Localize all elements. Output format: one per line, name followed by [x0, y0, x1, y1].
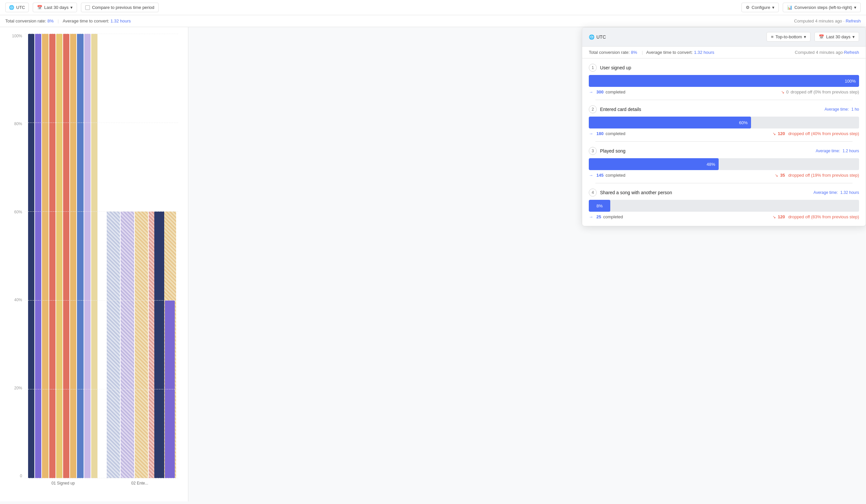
- configure-button[interactable]: ⚙ Configure ▾: [742, 3, 779, 12]
- bar-group-3: [154, 34, 175, 478]
- step-2-header: 2 Entered card details Average time: 1 h…: [589, 105, 859, 113]
- funnel-step-2: 2 Entered card details Average time: 1 h…: [589, 105, 859, 136]
- direction-label: Top-to-bottom: [776, 34, 802, 39]
- y-label-60: 60%: [10, 210, 22, 214]
- refresh-button[interactable]: Refresh: [845, 19, 861, 23]
- step-3-header: 3 Played song Average time: 1.2 hours: [589, 147, 859, 155]
- avg-time-prefix: Average time to convert:: [63, 19, 109, 23]
- step-1-progress-fill: 100%: [589, 75, 859, 87]
- step-3-completed-label: completed: [606, 173, 625, 178]
- top-bar: 🌐 UTC 📅 Last 30 days ▾ Compare to previo…: [0, 0, 866, 15]
- y-label-80: 80%: [10, 122, 22, 126]
- compare-checkbox[interactable]: Compare to previous time period: [81, 3, 159, 12]
- funnel-date-range-label: Last 30 days: [826, 34, 851, 39]
- step-3-dropped: ↘ 35 dropped off (19% from previous step…: [775, 173, 859, 178]
- funnel-header-right: ≡ Top-to-bottom ▾ 📅 Last 30 days ▾: [767, 32, 859, 42]
- chevron-down-icon-3: ▾: [854, 5, 856, 10]
- step-4-header: 4 Shared a song with another person Aver…: [589, 189, 859, 197]
- bar-1-1[interactable]: [28, 34, 34, 478]
- chart-x-labels: 01 Signed up 02 Ente...: [25, 478, 178, 485]
- compare-label: Compare to previous time period: [92, 5, 154, 10]
- utc-selector[interactable]: 🌐 UTC: [5, 3, 29, 12]
- step-2-progress-container: 60%: [589, 116, 859, 128]
- funnel-avg-value: 1.32 hours: [694, 50, 714, 55]
- step-2-completed-count: 180: [596, 131, 604, 136]
- separator-1: [596, 100, 853, 100]
- y-label-40: 40%: [10, 298, 22, 302]
- bar-1-6[interactable]: [63, 34, 69, 478]
- bar-2-3[interactable]: [135, 211, 148, 478]
- y-label-100: 100%: [10, 34, 22, 38]
- chart-wrapper: 100% 80% 60% 40% 20% 0: [10, 34, 178, 495]
- bar-2-2[interactable]: [121, 211, 134, 478]
- step-3-dropped-label: dropped off (19% from previous step): [788, 173, 859, 178]
- chart-area: 100% 80% 60% 40% 20% 0: [0, 27, 188, 501]
- arrow-right-icon-1: →: [589, 90, 593, 94]
- funnel-conversion-value: 8%: [631, 50, 637, 55]
- stats-right: Computed 4 minutes ago · Refresh: [794, 19, 861, 23]
- bar-2-1[interactable]: [107, 211, 120, 478]
- step-4-avg-label: Average time:: [813, 190, 838, 195]
- funnel-header: 🌐 UTC ≡ Top-to-bottom ▾ 📅 Last 30 days ▾: [582, 27, 866, 47]
- conversion-rate-prefix: Total conversion rate:: [5, 19, 46, 23]
- step-4-number: 4: [589, 189, 597, 197]
- funnel-date-range[interactable]: 📅 Last 30 days ▾: [814, 32, 859, 42]
- funnel-refresh-button[interactable]: Refresh: [844, 50, 859, 55]
- funnel-avg-prefix: Average time to convert:: [646, 50, 693, 55]
- y-label-0: 0: [10, 474, 22, 478]
- step-4-metrics: → 25 completed ↘ 120 dropped off (83% fr…: [589, 214, 859, 219]
- avg-time-value: 1.32 hours: [110, 19, 131, 23]
- conversion-rate-value: 8%: [47, 19, 54, 23]
- bar-1-3[interactable]: [42, 34, 48, 478]
- bar-group-1: [28, 34, 98, 478]
- chevron-down-icon-2: ▾: [772, 5, 775, 10]
- chevron-down-icon: ▾: [70, 5, 73, 10]
- step-2-metrics: → 180 completed ↘ 120 dropped off (40% f…: [589, 131, 859, 136]
- date-range-selector[interactable]: 📅 Last 30 days ▾: [33, 3, 77, 12]
- bar-1-4[interactable]: [49, 34, 56, 478]
- x-spacer: [98, 481, 105, 485]
- separator-3: [596, 183, 853, 183]
- step-4-name: Shared a song with another person: [600, 190, 810, 195]
- bar-1-10[interactable]: [91, 34, 98, 478]
- chart-bars-area: 01 Signed up 02 Ente...: [25, 34, 178, 495]
- step-1-progress-label: 100%: [845, 79, 856, 83]
- top-bar-left: 🌐 UTC 📅 Last 30 days ▾ Compare to previo…: [5, 3, 737, 12]
- funnel-step-4: 4 Shared a song with another person Aver…: [589, 189, 859, 219]
- arrow-right-icon-3: →: [589, 173, 593, 178]
- main-content: 100% 80% 60% 40% 20% 0: [0, 27, 866, 501]
- bar-1-2[interactable]: [35, 34, 41, 478]
- bar-1-9[interactable]: [84, 34, 90, 478]
- step-1-dropped-count: 0: [786, 90, 789, 94]
- bar-3-1[interactable]: [154, 211, 164, 478]
- step-4-dropped-label: dropped off (83% from previous step): [788, 214, 859, 219]
- configure-label: Configure: [752, 5, 770, 10]
- step-2-number: 2: [589, 105, 597, 113]
- bar-1-8[interactable]: [77, 34, 83, 478]
- step-3-progress-label: 48%: [707, 162, 715, 167]
- bar-3-2[interactable]: [165, 301, 175, 478]
- computed-label: Computed 4 minutes ago: [794, 19, 842, 23]
- step-3-avg-label: Average time:: [816, 149, 840, 153]
- conversion-steps-selector[interactable]: 📊 Conversion steps (left-to-right) ▾: [783, 3, 861, 12]
- funnel-panel: 🌐 UTC ≡ Top-to-bottom ▾ 📅 Last 30 days ▾…: [582, 27, 866, 226]
- funnel-stats-bar: Total conversion rate: 8% | Average time…: [582, 47, 866, 58]
- funnel-header-left: 🌐 UTC: [589, 34, 763, 40]
- direction-icon: ≡: [771, 34, 774, 39]
- funnel-steps: 1 User signed up 100% → 300 completed ↘: [582, 58, 866, 226]
- bar-1-7[interactable]: [70, 34, 76, 478]
- funnel-step-1: 1 User signed up 100% → 300 completed ↘: [589, 64, 859, 94]
- step-2-progress-fill: 60%: [589, 116, 751, 128]
- step-1-completed-label: completed: [606, 90, 625, 94]
- direction-selector[interactable]: ≡ Top-to-bottom ▾: [767, 32, 810, 42]
- bar-1-5[interactable]: [56, 34, 63, 478]
- stats-divider: |: [57, 19, 58, 23]
- step-4-dropped: ↘ 120 dropped off (83% from previous ste…: [773, 214, 859, 219]
- step-3-completed: → 145 completed: [589, 173, 625, 178]
- step-2-avg-value: 1 ho: [852, 107, 859, 112]
- calendar-icon-2: 📅: [819, 34, 824, 39]
- step-4-progress-label: 8%: [596, 203, 603, 209]
- funnel-conversion-prefix: Total conversion rate:: [589, 50, 630, 55]
- funnel-utc-label: UTC: [596, 34, 606, 40]
- step-1-dropped: ↘ 0 dropped off (0% from previous step): [781, 90, 859, 94]
